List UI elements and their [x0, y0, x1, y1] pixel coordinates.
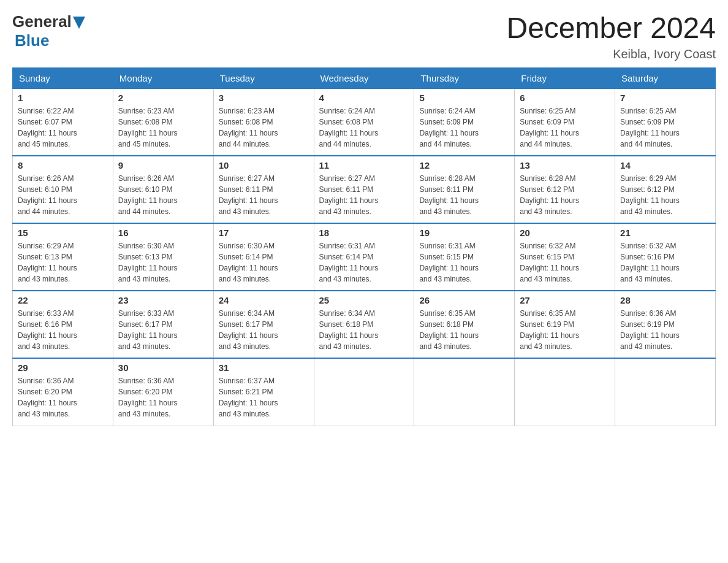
- day-info: Sunrise: 6:24 AMSunset: 6:08 PMDaylight:…: [319, 105, 409, 150]
- column-header-friday: Friday: [515, 67, 615, 88]
- calendar-cell: 31Sunrise: 6:37 AMSunset: 6:21 PMDayligh…: [213, 358, 314, 426]
- title-block: December 2024 Keibla, Ivory Coast: [506, 12, 716, 61]
- day-info: Sunrise: 6:27 AMSunset: 6:11 PMDaylight:…: [219, 173, 309, 217]
- day-info: Sunrise: 6:30 AMSunset: 6:13 PMDaylight:…: [118, 240, 208, 285]
- column-header-wednesday: Wednesday: [314, 67, 414, 88]
- day-info: Sunrise: 6:28 AMSunset: 6:12 PMDaylight:…: [520, 173, 610, 217]
- page-header: General Blue December 2024 Keibla, Ivory…: [12, 12, 716, 61]
- day-number: 10: [219, 160, 309, 170]
- day-number: 27: [520, 295, 610, 305]
- day-info: Sunrise: 6:29 AMSunset: 6:13 PMDaylight:…: [18, 240, 108, 285]
- day-number: 12: [419, 160, 509, 170]
- day-info: Sunrise: 6:22 AMSunset: 6:07 PMDaylight:…: [18, 105, 108, 150]
- calendar-cell: 27Sunrise: 6:35 AMSunset: 6:19 PMDayligh…: [515, 291, 615, 358]
- day-number: 31: [219, 362, 309, 373]
- calendar-cell: 15Sunrise: 6:29 AMSunset: 6:13 PMDayligh…: [13, 223, 113, 291]
- day-info: Sunrise: 6:23 AMSunset: 6:08 PMDaylight:…: [118, 105, 208, 150]
- day-number: 6: [520, 93, 610, 103]
- day-number: 11: [319, 160, 409, 170]
- logo-general-text: General: [12, 12, 72, 31]
- logo-blue-text: Blue: [15, 31, 49, 50]
- day-info: Sunrise: 6:32 AMSunset: 6:15 PMDaylight:…: [520, 240, 610, 285]
- week-row-4: 22Sunrise: 6:33 AMSunset: 6:16 PMDayligh…: [13, 291, 716, 358]
- day-info: Sunrise: 6:28 AMSunset: 6:11 PMDaylight:…: [419, 173, 509, 217]
- calendar-cell: [515, 358, 615, 426]
- calendar-cell: 10Sunrise: 6:27 AMSunset: 6:11 PMDayligh…: [213, 156, 314, 223]
- day-info: Sunrise: 6:27 AMSunset: 6:11 PMDaylight:…: [319, 173, 409, 217]
- day-info: Sunrise: 6:25 AMSunset: 6:09 PMDaylight:…: [620, 105, 710, 150]
- day-info: Sunrise: 6:25 AMSunset: 6:09 PMDaylight:…: [520, 105, 610, 150]
- calendar-cell: [414, 358, 515, 426]
- calendar-header-row: SundayMondayTuesdayWednesdayThursdayFrid…: [13, 67, 716, 88]
- column-header-sunday: Sunday: [13, 67, 113, 88]
- week-row-1: 1Sunrise: 6:22 AMSunset: 6:07 PMDaylight…: [13, 88, 716, 156]
- day-number: 30: [118, 362, 208, 373]
- week-row-3: 15Sunrise: 6:29 AMSunset: 6:13 PMDayligh…: [13, 223, 716, 291]
- calendar-cell: 11Sunrise: 6:27 AMSunset: 6:11 PMDayligh…: [314, 156, 414, 223]
- day-number: 29: [18, 362, 108, 373]
- calendar-cell: 16Sunrise: 6:30 AMSunset: 6:13 PMDayligh…: [113, 223, 213, 291]
- calendar-cell: 3Sunrise: 6:23 AMSunset: 6:08 PMDaylight…: [213, 88, 314, 156]
- day-number: 14: [620, 160, 710, 170]
- day-info: Sunrise: 6:37 AMSunset: 6:21 PMDaylight:…: [219, 375, 309, 419]
- day-number: 19: [419, 228, 509, 238]
- calendar-cell: 8Sunrise: 6:26 AMSunset: 6:10 PMDaylight…: [13, 156, 113, 223]
- logo-triangle-icon: [73, 17, 85, 29]
- day-number: 26: [419, 295, 509, 305]
- calendar-cell: 21Sunrise: 6:32 AMSunset: 6:16 PMDayligh…: [615, 223, 716, 291]
- week-row-2: 8Sunrise: 6:26 AMSunset: 6:10 PMDaylight…: [13, 156, 716, 223]
- svg-marker-0: [73, 17, 85, 29]
- day-number: 2: [118, 93, 208, 103]
- column-header-saturday: Saturday: [615, 67, 716, 88]
- calendar-cell: 24Sunrise: 6:34 AMSunset: 6:17 PMDayligh…: [213, 291, 314, 358]
- calendar-cell: [314, 358, 414, 426]
- calendar-cell: 5Sunrise: 6:24 AMSunset: 6:09 PMDaylight…: [414, 88, 515, 156]
- day-info: Sunrise: 6:26 AMSunset: 6:10 PMDaylight:…: [118, 173, 208, 217]
- calendar-cell: 12Sunrise: 6:28 AMSunset: 6:11 PMDayligh…: [414, 156, 515, 223]
- logo: General Blue: [12, 12, 85, 50]
- day-number: 28: [620, 295, 710, 305]
- day-number: 13: [520, 160, 610, 170]
- day-info: Sunrise: 6:36 AMSunset: 6:19 PMDaylight:…: [620, 308, 710, 352]
- location: Keibla, Ivory Coast: [506, 47, 716, 61]
- day-number: 23: [118, 295, 208, 305]
- column-header-monday: Monday: [113, 67, 213, 88]
- calendar-cell: [615, 358, 716, 426]
- day-info: Sunrise: 6:36 AMSunset: 6:20 PMDaylight:…: [18, 375, 108, 419]
- day-info: Sunrise: 6:33 AMSunset: 6:17 PMDaylight:…: [118, 308, 208, 352]
- day-info: Sunrise: 6:23 AMSunset: 6:08 PMDaylight:…: [219, 105, 309, 150]
- calendar-cell: 30Sunrise: 6:36 AMSunset: 6:20 PMDayligh…: [113, 358, 213, 426]
- day-number: 9: [118, 160, 208, 170]
- day-info: Sunrise: 6:32 AMSunset: 6:16 PMDaylight:…: [620, 240, 710, 285]
- week-row-5: 29Sunrise: 6:36 AMSunset: 6:20 PMDayligh…: [13, 358, 716, 426]
- column-header-thursday: Thursday: [414, 67, 515, 88]
- calendar-cell: 25Sunrise: 6:34 AMSunset: 6:18 PMDayligh…: [314, 291, 414, 358]
- day-info: Sunrise: 6:26 AMSunset: 6:10 PMDaylight:…: [18, 173, 108, 217]
- day-number: 3: [219, 93, 309, 103]
- day-info: Sunrise: 6:35 AMSunset: 6:19 PMDaylight:…: [520, 308, 610, 352]
- calendar-cell: 6Sunrise: 6:25 AMSunset: 6:09 PMDaylight…: [515, 88, 615, 156]
- day-number: 24: [219, 295, 309, 305]
- day-info: Sunrise: 6:34 AMSunset: 6:17 PMDaylight:…: [219, 308, 309, 352]
- day-number: 21: [620, 228, 710, 238]
- month-title: December 2024: [506, 12, 716, 45]
- day-number: 7: [620, 93, 710, 103]
- calendar-cell: 26Sunrise: 6:35 AMSunset: 6:18 PMDayligh…: [414, 291, 515, 358]
- calendar-cell: 13Sunrise: 6:28 AMSunset: 6:12 PMDayligh…: [515, 156, 615, 223]
- calendar-cell: 18Sunrise: 6:31 AMSunset: 6:14 PMDayligh…: [314, 223, 414, 291]
- calendar-cell: 20Sunrise: 6:32 AMSunset: 6:15 PMDayligh…: [515, 223, 615, 291]
- day-number: 4: [319, 93, 409, 103]
- day-info: Sunrise: 6:31 AMSunset: 6:15 PMDaylight:…: [419, 240, 509, 285]
- calendar-cell: 7Sunrise: 6:25 AMSunset: 6:09 PMDaylight…: [615, 88, 716, 156]
- calendar-cell: 22Sunrise: 6:33 AMSunset: 6:16 PMDayligh…: [13, 291, 113, 358]
- day-info: Sunrise: 6:34 AMSunset: 6:18 PMDaylight:…: [319, 308, 409, 352]
- calendar-cell: 1Sunrise: 6:22 AMSunset: 6:07 PMDaylight…: [13, 88, 113, 156]
- day-info: Sunrise: 6:33 AMSunset: 6:16 PMDaylight:…: [18, 308, 108, 352]
- day-info: Sunrise: 6:36 AMSunset: 6:20 PMDaylight:…: [118, 375, 208, 419]
- calendar-cell: 28Sunrise: 6:36 AMSunset: 6:19 PMDayligh…: [615, 291, 716, 358]
- day-info: Sunrise: 6:24 AMSunset: 6:09 PMDaylight:…: [419, 105, 509, 150]
- day-info: Sunrise: 6:29 AMSunset: 6:12 PMDaylight:…: [620, 173, 710, 217]
- calendar-cell: 2Sunrise: 6:23 AMSunset: 6:08 PMDaylight…: [113, 88, 213, 156]
- calendar-cell: 17Sunrise: 6:30 AMSunset: 6:14 PMDayligh…: [213, 223, 314, 291]
- day-info: Sunrise: 6:30 AMSunset: 6:14 PMDaylight:…: [219, 240, 309, 285]
